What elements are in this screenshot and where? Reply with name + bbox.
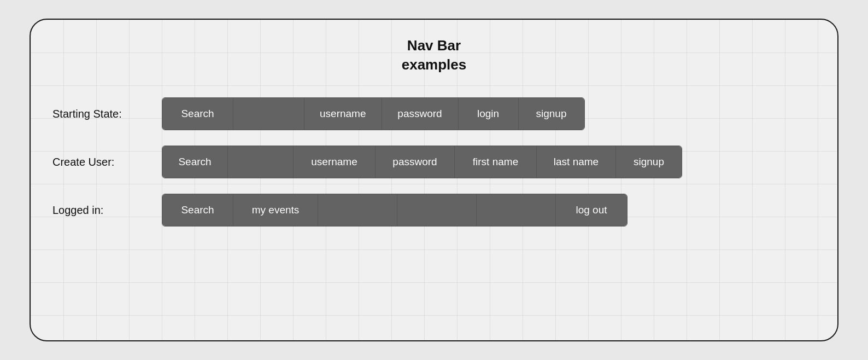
nav-item-logged-in-2[interactable]: [318, 194, 397, 226]
nav-item-create-user-4[interactable]: first name: [455, 146, 537, 178]
label-create-user: Create User:: [52, 156, 162, 169]
nav-item-starting-state-1[interactable]: [233, 98, 304, 130]
page-title: Nav Bar examples: [52, 36, 816, 74]
nav-item-starting-state-2[interactable]: username: [304, 98, 382, 130]
nav-item-logged-in-4[interactable]: [477, 194, 556, 226]
navbar-logged-in: Searchmy eventslog out: [162, 194, 627, 227]
nav-item-logged-in-5[interactable]: log out: [556, 194, 627, 226]
nav-item-create-user-3[interactable]: password: [376, 146, 455, 178]
nav-item-starting-state-3[interactable]: password: [382, 98, 459, 130]
nav-item-starting-state-0[interactable]: Search: [162, 98, 233, 130]
nav-item-starting-state-5[interactable]: signup: [519, 98, 584, 130]
nav-item-starting-state-4[interactable]: login: [459, 98, 519, 130]
nav-item-create-user-2[interactable]: username: [294, 146, 376, 178]
navbar-create-user: Searchusernamepasswordfirst namelast nam…: [162, 146, 682, 178]
nav-item-create-user-5[interactable]: last name: [537, 146, 616, 178]
nav-item-logged-in-1[interactable]: my events: [233, 194, 318, 226]
nav-item-logged-in-3[interactable]: [397, 194, 477, 226]
navbar-starting-state: Searchusernamepasswordloginsignup: [162, 97, 585, 130]
nav-item-logged-in-0[interactable]: Search: [162, 194, 233, 226]
nav-item-create-user-6[interactable]: signup: [616, 146, 682, 178]
nav-item-create-user-0[interactable]: Search: [162, 146, 228, 178]
row-logged-in: Logged in:Searchmy eventslog out: [52, 194, 816, 227]
label-logged-in: Logged in:: [52, 204, 162, 217]
main-container: Nav Bar examples Starting State:Searchus…: [30, 19, 838, 341]
label-starting-state: Starting State:: [52, 108, 162, 120]
row-create-user: Create User:Searchusernamepasswordfirst …: [52, 146, 816, 178]
nav-item-create-user-1[interactable]: [228, 146, 294, 178]
row-starting-state: Starting State:Searchusernamepasswordlog…: [52, 97, 816, 130]
